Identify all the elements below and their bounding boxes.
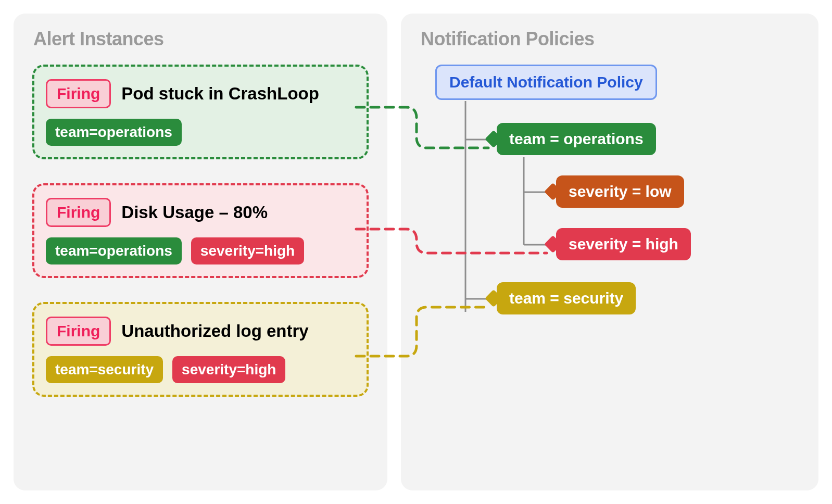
alert-card: Firing Pod stuck in CrashLoop team=opera… <box>32 65 369 159</box>
notification-policies-title: Notification Policies <box>421 28 800 50</box>
tag: team=operations <box>46 237 182 264</box>
diagram-canvas: Alert Instances Firing Pod stuck in Cras… <box>0 0 832 504</box>
tag: team=operations <box>46 119 182 146</box>
policy-label: severity = low <box>569 183 672 200</box>
alert-card: Firing Unauthorized log entry team=secur… <box>32 302 369 397</box>
alert-title: Pod stuck in CrashLoop <box>121 84 319 104</box>
alert-card: Firing Disk Usage – 80% team=operations … <box>32 183 369 278</box>
tag: severity=high <box>172 356 285 383</box>
policy-tree: Default Notification Policy team = opera… <box>420 65 800 377</box>
firing-badge: Firing <box>46 198 111 227</box>
policy-team-operations: team = operations <box>497 123 656 155</box>
policy-severity-high: severity = high <box>556 228 691 260</box>
alert-instances-title: Alert Instances <box>33 28 369 50</box>
tree-connectors <box>420 65 832 377</box>
policy-label: team = security <box>509 289 623 307</box>
policy-label: team = operations <box>509 130 644 147</box>
alert-instances-panel: Alert Instances Firing Pod stuck in Cras… <box>14 14 387 490</box>
policy-label: severity = high <box>569 235 678 253</box>
notification-policies-panel: Notification Policies Default Notificati… <box>401 14 818 490</box>
firing-badge: Firing <box>46 79 111 108</box>
tag: severity=high <box>191 237 304 264</box>
policy-severity-low: severity = low <box>556 175 684 208</box>
policy-default-label: Default Notification Policy <box>449 73 643 91</box>
firing-badge: Firing <box>46 317 111 346</box>
policy-team-security: team = security <box>497 282 636 314</box>
tag: team=security <box>46 356 163 383</box>
alert-title: Disk Usage – 80% <box>121 203 268 222</box>
policy-default: Default Notification Policy <box>435 65 657 100</box>
alert-title: Unauthorized log entry <box>121 321 308 341</box>
